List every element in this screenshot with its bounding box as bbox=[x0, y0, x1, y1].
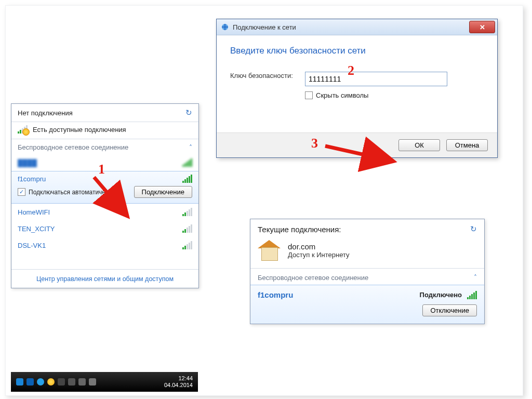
network-name: DSL-VK1 bbox=[18, 242, 46, 249]
wireless-section-label: Беспроводное сетевое соединение bbox=[258, 274, 368, 282]
dialog-titlebar[interactable]: Подключение к сети ✕ bbox=[217, 19, 497, 35]
tray-icons[interactable] bbox=[16, 378, 96, 385]
signal-icon bbox=[182, 224, 192, 233]
disconnect-button[interactable]: Отключение bbox=[422, 304, 477, 316]
current-connections-title: Текущие подключения: bbox=[258, 225, 341, 234]
flyout-status-text: Есть доступные подключения bbox=[33, 126, 126, 134]
auto-connect-label: Подключаться автоматически bbox=[29, 189, 115, 196]
network-item-selected[interactable]: f1compru Подключаться автоматически Подк… bbox=[11, 171, 198, 204]
hide-chars-label: Скрыть символы bbox=[316, 91, 368, 99]
signal-available-icon bbox=[18, 125, 28, 134]
clock-time: 12:44 bbox=[164, 375, 193, 382]
wireless-section-header[interactable]: Беспроводное сетевое соединение ˄ bbox=[250, 269, 484, 285]
dialog-title: Подключение к сети bbox=[233, 23, 296, 31]
chevron-up-icon[interactable]: ˄ bbox=[189, 144, 192, 151]
flyout-header: Нет подключения ↻ bbox=[11, 104, 198, 122]
signal-icon bbox=[182, 208, 192, 216]
signal-icon bbox=[182, 158, 192, 167]
network-item[interactable]: TEN_XCITY bbox=[11, 220, 198, 237]
step-number-2: 2 bbox=[348, 63, 354, 78]
wireless-section-label: Беспроводное сетевое соединение bbox=[18, 143, 128, 151]
connect-button[interactable]: Подключение bbox=[134, 186, 192, 198]
active-network-status: Доступ к Интернету bbox=[288, 251, 350, 259]
network-flyout: Нет подключения ↻ Есть доступные подключ… bbox=[11, 103, 199, 288]
cancel-button[interactable]: Отмена bbox=[446, 139, 488, 151]
active-network-row[interactable]: dor.com Доступ к Интернету bbox=[250, 237, 484, 269]
network-name: f1compru bbox=[18, 175, 46, 183]
network-item[interactable]: DSL-VK1 bbox=[11, 237, 198, 254]
ok-button[interactable]: ОК bbox=[398, 139, 440, 151]
tray-icon[interactable] bbox=[58, 378, 65, 385]
network-item[interactable]: HomeWIFI bbox=[11, 204, 198, 220]
refresh-icon[interactable]: ↻ bbox=[185, 108, 192, 117]
network-center-link[interactable]: Центр управления сетями и общим доступом bbox=[36, 275, 174, 283]
active-network-name: dor.com bbox=[288, 242, 350, 251]
step-number-3: 3 bbox=[311, 136, 318, 151]
close-button[interactable]: ✕ bbox=[469, 21, 495, 33]
flyout-title: Нет подключения bbox=[18, 109, 73, 117]
taskbar: 12:44 04.04.2014 bbox=[11, 372, 198, 392]
hide-chars-option[interactable]: Скрыть символы bbox=[305, 91, 484, 99]
step-number-1: 1 bbox=[98, 162, 105, 177]
network-name: ████ bbox=[18, 159, 37, 167]
tray-icon[interactable] bbox=[37, 378, 44, 385]
tray-icon[interactable] bbox=[68, 378, 75, 385]
checkbox-icon[interactable] bbox=[18, 188, 25, 196]
signal-icon bbox=[467, 291, 477, 299]
flyout-status-row: Есть доступные подключения bbox=[11, 122, 198, 139]
wireless-section-header[interactable]: Беспроводное сетевое соединение ˄ bbox=[11, 139, 198, 154]
tray-icon[interactable] bbox=[26, 378, 34, 385]
screenshot-canvas: Нет подключения ↻ Есть доступные подключ… bbox=[5, 5, 523, 396]
tray-icon[interactable] bbox=[89, 378, 96, 385]
tray-icon[interactable] bbox=[78, 378, 86, 385]
key-label: Ключ безопасности: bbox=[230, 72, 298, 81]
checkbox-icon[interactable] bbox=[305, 91, 313, 99]
dialog-heading: Введите ключ безопасности сети bbox=[230, 46, 484, 56]
signal-icon bbox=[182, 175, 192, 183]
network-name: HomeWIFI bbox=[18, 208, 50, 216]
clock-date: 04.04.2014 bbox=[164, 382, 193, 389]
tray-icon[interactable] bbox=[16, 378, 23, 385]
dialog-footer: ОК Отмена bbox=[217, 132, 497, 157]
current-connections-header: Текущие подключения: ↻ bbox=[250, 219, 484, 237]
signal-icon bbox=[182, 241, 192, 249]
tray-icon[interactable] bbox=[47, 378, 55, 385]
connected-network-item[interactable]: f1compru Подключено Отключение bbox=[250, 285, 484, 324]
svg-rect-2 bbox=[222, 26, 228, 28]
current-connections-flyout: Текущие подключения: ↻ dor.com Доступ к … bbox=[250, 219, 485, 324]
chevron-up-icon[interactable]: ˄ bbox=[474, 274, 477, 282]
taskbar-clock[interactable]: 12:44 04.04.2014 bbox=[164, 375, 193, 389]
security-key-dialog: Подключение к сети ✕ Введите ключ безопа… bbox=[216, 19, 498, 158]
refresh-icon[interactable]: ↻ bbox=[470, 224, 477, 234]
network-icon bbox=[221, 23, 229, 31]
network-item-hidden[interactable]: ████ bbox=[11, 154, 198, 171]
network-name: f1compru bbox=[258, 290, 293, 299]
auto-connect-option[interactable]: Подключаться автоматически bbox=[18, 188, 115, 196]
security-key-input[interactable] bbox=[305, 72, 447, 86]
flyout-footer: Центр управления сетями и общим доступом bbox=[11, 269, 198, 288]
connection-status: Подключено bbox=[420, 291, 462, 299]
network-name: TEN_XCITY bbox=[18, 225, 55, 233]
home-network-icon bbox=[258, 240, 281, 261]
